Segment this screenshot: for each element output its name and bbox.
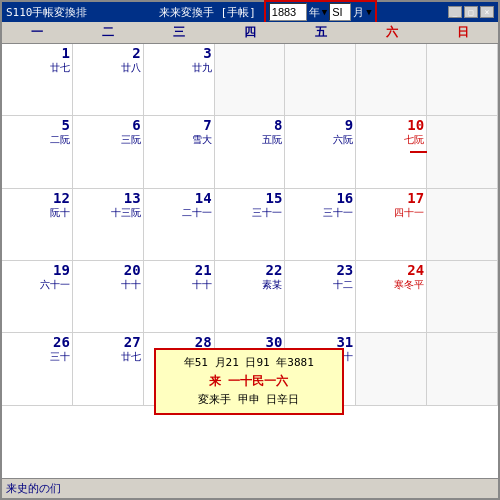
year-label: 年 bbox=[309, 5, 320, 20]
header-sun: 日 bbox=[427, 22, 498, 43]
cal-cell-2-7 bbox=[427, 116, 498, 188]
header-wed: 三 bbox=[144, 22, 215, 43]
cal-cell-1-3[interactable]: 3 廿九 bbox=[144, 44, 215, 116]
window-controls: _ □ × bbox=[448, 6, 494, 18]
header-sat: 六 bbox=[356, 22, 427, 43]
cal-cell-2-6[interactable]: 10 七阮 月 bbox=[356, 116, 427, 188]
cal-cell-1-5 bbox=[285, 44, 356, 116]
cal-cell-5-1[interactable]: 26 三十 bbox=[2, 333, 73, 405]
cal-cell-3-4[interactable]: 15 三十一 bbox=[215, 189, 286, 261]
main-window: S110手帳変換排 来来変換手 [手帳] 年 ▼ 月 ▼ _ □ × 一 二 三… bbox=[0, 0, 500, 500]
cal-cell-5-3[interactable]: 28 年51 月21 日91 年3881 来 一十民一六 変来手 甲申 日辛日 bbox=[144, 333, 215, 405]
cal-cell-3-3[interactable]: 14 二十一 bbox=[144, 189, 215, 261]
cal-cell-1-1[interactable]: 1 廿七 bbox=[2, 44, 73, 116]
popup-line1: 年51 月21 日91 年3881 bbox=[162, 354, 336, 372]
cal-cell-4-4[interactable]: 22 素某 bbox=[215, 261, 286, 333]
year-input[interactable] bbox=[269, 3, 307, 21]
date-popup: 年51 月21 日91 年3881 来 一十民一六 変来手 甲申 日辛日 bbox=[154, 348, 344, 414]
month-down-icon[interactable]: ▼ bbox=[366, 7, 371, 17]
titlebar: S110手帳変換排 来来変換手 [手帳] 年 ▼ 月 ▼ _ □ × bbox=[2, 2, 498, 22]
cal-cell-5-6 bbox=[356, 333, 427, 405]
subtitle-text: 来来変換手 [手帳] bbox=[159, 5, 256, 20]
header-thu: 四 bbox=[215, 22, 286, 43]
cal-cell-2-1[interactable]: 5 二阮 bbox=[2, 116, 73, 188]
bottom-bar: 来史的の们 bbox=[2, 478, 498, 498]
cal-cell-5-7 bbox=[427, 333, 498, 405]
cal-cell-4-1[interactable]: 19 六十一 bbox=[2, 261, 73, 333]
cal-cell-1-6 bbox=[356, 44, 427, 116]
cal-cell-4-7 bbox=[427, 261, 498, 333]
cal-cell-4-5[interactable]: 23 十二 bbox=[285, 261, 356, 333]
cal-cell-1-7 bbox=[427, 44, 498, 116]
title-text: S110手帳変換排 bbox=[6, 5, 88, 20]
calendar-body: 1 廿七 2 廿八 3 廿九 5 二阮 6 三阮 7 雪大 8 五阮 bbox=[2, 44, 498, 478]
header-tue: 二 bbox=[73, 22, 144, 43]
cal-cell-3-2[interactable]: 13 十三阮 bbox=[73, 189, 144, 261]
cal-cell-2-2[interactable]: 6 三阮 bbox=[73, 116, 144, 188]
calendar-header: 一 二 三 四 五 六 日 bbox=[2, 22, 498, 44]
cal-cell-3-1[interactable]: 12 阮十 bbox=[2, 189, 73, 261]
month-input[interactable] bbox=[329, 3, 351, 21]
history-link[interactable]: 来史的の们 bbox=[6, 481, 61, 496]
cal-cell-5-2[interactable]: 27 廿七 bbox=[73, 333, 144, 405]
cal-cell-2-3[interactable]: 7 雪大 bbox=[144, 116, 215, 188]
popup-line2: 来 一十民一六 bbox=[162, 372, 336, 391]
cal-cell-3-7 bbox=[427, 189, 498, 261]
header-fri: 五 bbox=[285, 22, 356, 43]
cal-cell-2-4[interactable]: 8 五阮 bbox=[215, 116, 286, 188]
close-button[interactable]: × bbox=[480, 6, 494, 18]
cal-cell-3-6[interactable]: 17 四十一 bbox=[356, 189, 427, 261]
month-label: 月 bbox=[353, 5, 364, 20]
cal-cell-2-5[interactable]: 9 六阮 bbox=[285, 116, 356, 188]
cal-cell-4-3[interactable]: 21 十十 bbox=[144, 261, 215, 333]
cal-cell-1-2[interactable]: 2 廿八 bbox=[73, 44, 144, 116]
year-down-icon[interactable]: ▼ bbox=[322, 7, 327, 17]
cal-cell-4-6[interactable]: 24 寒冬平 bbox=[356, 261, 427, 333]
cal-cell-4-2[interactable]: 20 十十 bbox=[73, 261, 144, 333]
date-selector: 年 ▼ 月 ▼ bbox=[264, 0, 377, 24]
maximize-button[interactable]: □ bbox=[464, 6, 478, 18]
popup-line3: 変来手 甲申 日辛日 bbox=[162, 391, 336, 409]
minimize-button[interactable]: _ bbox=[448, 6, 462, 18]
cal-cell-1-4 bbox=[215, 44, 286, 116]
cal-cell-3-5[interactable]: 16 三十一 bbox=[285, 189, 356, 261]
header-mon: 一 bbox=[2, 22, 73, 43]
side-month-label: 月 bbox=[410, 151, 427, 153]
